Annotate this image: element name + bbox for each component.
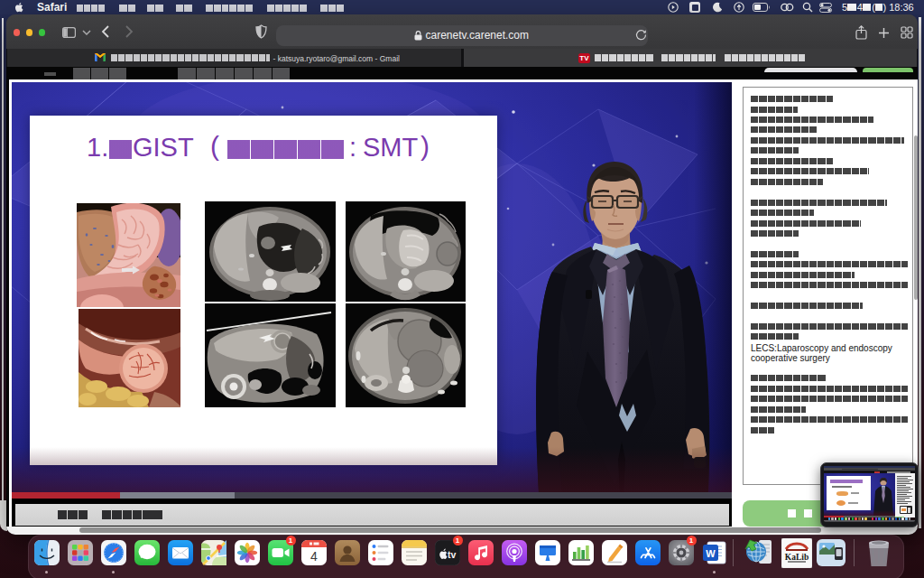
svg-text:KaLib: KaLib xyxy=(785,553,808,562)
svg-text:tv: tv xyxy=(448,548,456,559)
svg-text:4: 4 xyxy=(310,548,318,563)
svg-text:W: W xyxy=(706,547,716,558)
